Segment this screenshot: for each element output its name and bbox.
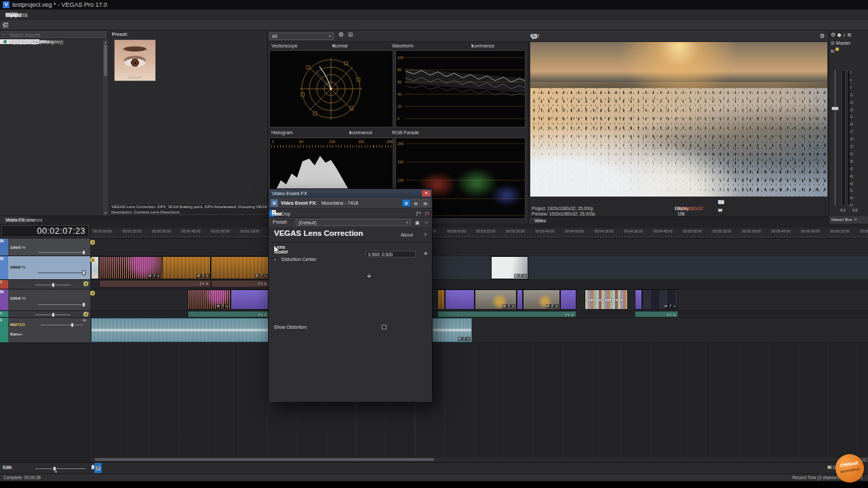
- redo-dropdown-icon[interactable]: ▾: [0, 20, 11, 30]
- video-event[interactable]: [445, 289, 475, 310]
- bus-fx-icons[interactable]: ƒx ≡: [258, 281, 267, 287]
- slider-handle[interactable]: [82, 302, 85, 307]
- bus-fx-icons[interactable]: ƒx ≡: [258, 312, 267, 317]
- about-link[interactable]: About: [401, 232, 413, 237]
- slider-handle[interactable]: [82, 250, 85, 255]
- track-grip[interactable]: ≡♪: [0, 318, 8, 342]
- solo-icon[interactable]: [835, 47, 839, 51]
- preset-dropdown[interactable]: (Default)▼: [296, 219, 411, 226]
- video-event[interactable]: [437, 289, 445, 310]
- video-event[interactable]: ZFPLSSCLFBFSFPSV: [585, 289, 628, 310]
- mixer-settings-icon[interactable]: ⚙: [831, 32, 835, 38]
- help-link[interactable]: ?: [424, 232, 427, 237]
- scrollbar-thumb[interactable]: [95, 458, 434, 461]
- scroll-up-icon[interactable]: ▲: [103, 39, 108, 45]
- bus-slider[interactable]: [35, 285, 71, 285]
- timeline-ruler[interactable]: 00:00:00:0000:00:15:0000:00:30:0000:00:4…: [90, 228, 868, 239]
- downmix-icon[interactable]: ◆: [837, 32, 841, 38]
- video-event[interactable]: ⇄ ƒ ≡: [523, 289, 560, 310]
- rate-slider[interactable]: [35, 468, 85, 469]
- help-pointer-button[interactable]: ?: [94, 463, 102, 473]
- scope-settings-icon[interactable]: ⚙: [338, 31, 344, 38]
- volume-slider[interactable]: [41, 325, 83, 325]
- clip-fx-icons[interactable]: ⇄ ƒ ≡: [546, 304, 559, 308]
- level-slider[interactable]: [38, 304, 86, 305]
- track-row[interactable]: [90, 239, 868, 256]
- track-grip[interactable]: ≡▤: [0, 256, 8, 279]
- bus-slider[interactable]: [35, 314, 71, 315]
- bus-fx-icon[interactable]: fx: [831, 49, 834, 54]
- track-grip[interactable]: ≡▤: [0, 239, 8, 256]
- search-input[interactable]: [8, 32, 103, 37]
- track-header-1[interactable]: ≡▤ ●● Level: 100,0 %: [0, 239, 90, 256]
- bus-fx-icons[interactable]: ƒx ≡: [565, 312, 574, 317]
- video-event[interactable]: ⇄ ƒ ≡: [475, 289, 517, 310]
- vectorscope-mode-dropdown[interactable]: Normal ▾: [332, 42, 335, 50]
- track-header-2-selected[interactable]: ≡▤ ●● Level: 100,0 %: [0, 256, 90, 280]
- add-fx-icon[interactable]: ƒ+: [416, 209, 421, 218]
- track-grip[interactable]: ≡: [0, 311, 8, 317]
- menu-help[interactable]: Help: [0, 9, 24, 20]
- speaker-icon[interactable]: ♪: [843, 32, 846, 38]
- distortion-center-value[interactable]: 0,500; 0,500: [366, 251, 416, 258]
- show-distortion-checkbox[interactable]: [382, 325, 387, 329]
- layout-grid2-button[interactable]: ▤: [421, 199, 429, 207]
- track-grip[interactable]: ≡▤: [0, 289, 8, 310]
- video-event[interactable]: [517, 289, 523, 310]
- solo-icon[interactable]: ●: [90, 291, 95, 296]
- animate-icon[interactable]: ⊕: [424, 251, 427, 256]
- video-event[interactable]: ⇄ ƒ ≡: [642, 289, 678, 310]
- waveform-mode-dropdown[interactable]: Luminance ▾: [471, 42, 474, 50]
- clip-fx-icons[interactable]: ⇄ ƒ ≡: [502, 304, 515, 308]
- video-event[interactable]: [560, 289, 576, 310]
- clip-fx-icons[interactable]: ⇄ ƒ ≡: [197, 274, 210, 278]
- scroll-down-icon[interactable]: ▼: [103, 210, 108, 216]
- bus-fx-icons[interactable]: ƒx ≡: [667, 312, 676, 317]
- layout-grid-button[interactable]: ▤: [412, 199, 420, 207]
- video-event[interactable]: ⇄ ƒ ≡: [162, 256, 211, 279]
- video-event[interactable]: ⇄ ƒ ≡: [188, 289, 231, 310]
- bus-fx-icons[interactable]: ƒx ≡: [199, 281, 209, 287]
- clip-fx-icons[interactable]: ⇄ ƒ ≡: [458, 337, 471, 341]
- collapse-icon[interactable]: ▾: [274, 258, 276, 262]
- level-slider[interactable]: [38, 272, 86, 273]
- preset-thumbnail[interactable]: (Default): [114, 39, 156, 81]
- clip-fx-icons[interactable]: ⇄ ƒ ≡: [664, 304, 677, 308]
- timecode-display[interactable]: 00:02:07:23: [1, 225, 89, 237]
- bus-event[interactable]: ƒx ≡: [437, 311, 576, 317]
- preview-options-icon[interactable]: ≡: [529, 30, 539, 41]
- clip-fx-icons[interactable]: ⇄ ƒ ≡: [148, 274, 161, 278]
- bus-event[interactable]: ƒx ≡: [635, 311, 678, 317]
- video-event[interactable]: ⇄ ƒ ≡: [211, 256, 269, 279]
- track-grip[interactable]: ≡: [0, 280, 8, 289]
- slider-handle[interactable]: [71, 323, 74, 327]
- track-header-6-audio[interactable]: ≡♪ Vol: MUTED Pan: Center ▾ 12243648: [0, 318, 90, 343]
- close-icon[interactable]: ✕: [852, 216, 857, 224]
- bus-event[interactable]: ƒx ≡: [211, 280, 269, 287]
- preview-gear-icon[interactable]: ⚙: [817, 30, 827, 41]
- preview-menu-button[interactable]: ≡: [717, 198, 724, 206]
- clip-fx-icons[interactable]: ⇄ ƒ ≡: [514, 274, 527, 278]
- slider-handle[interactable]: [82, 270, 85, 275]
- video-event[interactable]: ⇄ ƒ ≡: [491, 256, 528, 279]
- plugin-search-box[interactable]: ○: [1, 31, 106, 38]
- layout-list-button[interactable]: ≣: [402, 199, 410, 207]
- master-fader-track[interactable]: [835, 70, 835, 205]
- tab-master-bus[interactable]: Master Bus▫✕: [829, 216, 868, 224]
- bus-event[interactable]: ƒx ≡: [99, 280, 211, 287]
- timeline-scrollbar[interactable]: [90, 458, 841, 462]
- slider-handle[interactable]: [52, 312, 55, 317]
- track-header-3[interactable]: ≡ ●● 36: [0, 280, 90, 289]
- remove-fx-icon[interactable]: ƒx: [425, 209, 429, 218]
- close-icon[interactable]: ✕: [422, 190, 431, 197]
- histogram-mode-dropdown[interactable]: Luminance ▾: [349, 129, 352, 137]
- slider-handle[interactable]: [52, 283, 55, 287]
- video-event[interactable]: [231, 289, 269, 310]
- level-slider[interactable]: [38, 252, 86, 253]
- clip-fx-icons[interactable]: ⇄ ƒ ≡: [255, 274, 268, 278]
- clip-fx-icons[interactable]: ⇄ ƒ ≡: [216, 304, 229, 308]
- plugin-list-scrollbar[interactable]: ▲ ▼: [103, 39, 108, 216]
- video-event[interactable]: ⇄ ƒ ≡: [99, 256, 162, 279]
- save-preset-icon[interactable]: ▣: [415, 218, 420, 228]
- scope-filter-dropdown[interactable]: All▼: [269, 33, 334, 40]
